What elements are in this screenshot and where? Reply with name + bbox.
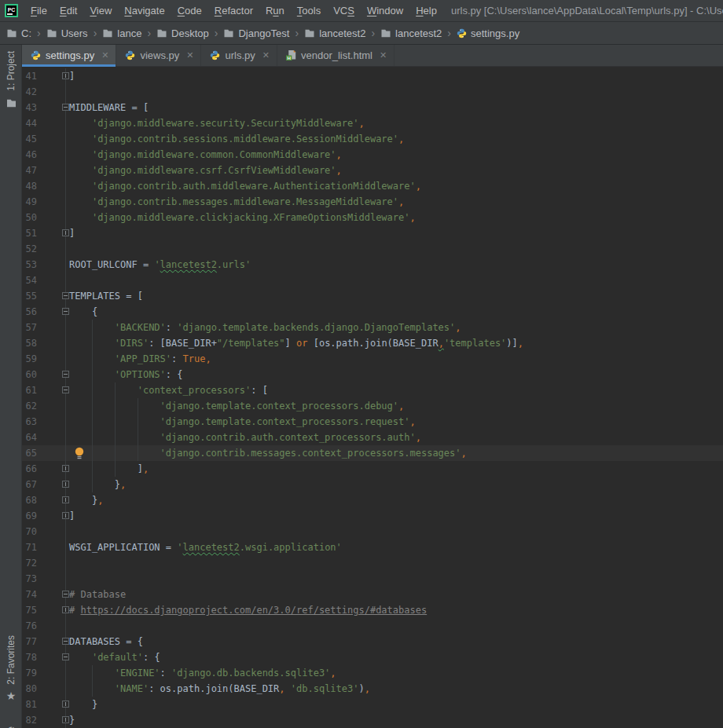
code-area[interactable]: 41]4243MIDDLEWARE = [44 'django.middlewa… (22, 67, 723, 728)
line-number[interactable]: 71 (22, 540, 37, 555)
line-number[interactable]: 49 (22, 194, 37, 210)
code-line-74[interactable]: 74# Database (22, 587, 723, 602)
code-line-42[interactable]: 42 (22, 84, 723, 100)
fold-marker-icon[interactable] (62, 104, 69, 111)
menu-item-navigate[interactable]: Navigate (118, 5, 171, 16)
fold-marker-icon[interactable] (62, 465, 69, 472)
line-number[interactable]: 78 (22, 649, 37, 665)
line-number[interactable]: 75 (22, 602, 37, 618)
code-line-46[interactable]: 46 'django.middleware.common.CommonMiddl… (22, 147, 723, 163)
line-number[interactable]: 63 (22, 414, 37, 430)
line-number[interactable]: 47 (22, 163, 37, 178)
line-number[interactable]: 58 (22, 335, 37, 351)
code-line-47[interactable]: 47 'django.middleware.csrf.CsrfViewMiddl… (22, 163, 723, 178)
code-line-71[interactable]: 71WSGI_APPLICATION = 'lancetest2.wsgi.ap… (22, 540, 723, 555)
line-number[interactable]: 64 (22, 430, 37, 445)
code-line-51[interactable]: 51] (22, 225, 723, 241)
line-number[interactable]: 72 (22, 555, 37, 571)
code-line-72[interactable]: 72 (22, 555, 723, 571)
line-number[interactable]: 43 (22, 100, 37, 115)
menu-item-run[interactable]: Run (259, 5, 291, 16)
fold-marker-icon[interactable] (62, 716, 69, 723)
line-number[interactable]: 57 (22, 320, 37, 335)
tab-settings.py[interactable]: settings.py✕ (22, 45, 116, 66)
menu-item-tools[interactable]: Tools (291, 5, 327, 16)
tab-urls.py[interactable]: urls.py✕ (201, 45, 277, 66)
code-line-48[interactable]: 48 'django.contrib.auth.middleware.Authe… (22, 178, 723, 194)
code-line-82[interactable]: 82} (22, 712, 723, 728)
line-number[interactable]: 60 (22, 367, 37, 382)
code-line-50[interactable]: 50 'django.middleware.clickjacking.XFram… (22, 210, 723, 225)
line-number[interactable]: 76 (22, 618, 37, 634)
line-number[interactable]: 42 (22, 84, 37, 100)
line-number[interactable]: 51 (22, 225, 37, 241)
line-number[interactable]: 67 (22, 477, 37, 492)
code-line-67[interactable]: 67 }, (22, 477, 723, 492)
menu-item-edit[interactable]: Edit (53, 5, 83, 16)
line-number[interactable]: 77 (22, 634, 37, 649)
breadcrumb-item[interactable]: lance (102, 27, 141, 39)
fold-marker-icon[interactable] (62, 701, 69, 708)
code-line-44[interactable]: 44 'django.middleware.security.SecurityM… (22, 115, 723, 131)
line-number[interactable]: 62 (22, 398, 37, 414)
intention-bulb-icon[interactable] (74, 447, 85, 464)
line-number[interactable]: 65 (22, 445, 37, 461)
line-number[interactable]: 74 (22, 587, 37, 602)
code-line-75[interactable]: 75# https://docs.djangoproject.com/en/3.… (22, 602, 723, 618)
menu-item-help[interactable]: Help (409, 5, 443, 16)
menu-item-refactor[interactable]: Refactor (208, 5, 259, 16)
tool-window-button-project[interactable]: 1: Project (0, 51, 22, 111)
menu-item-window[interactable]: Window (361, 5, 409, 16)
line-number[interactable]: 45 (22, 131, 37, 147)
close-tab-icon[interactable]: ✕ (262, 50, 270, 60)
code-line-64[interactable]: 64 'django.contrib.auth.context_processo… (22, 430, 723, 445)
line-number[interactable]: 70 (22, 524, 37, 540)
breadcrumb-item[interactable]: Users (46, 27, 88, 39)
code-line-63[interactable]: 63 'django.template.context_processors.r… (22, 414, 723, 430)
code-line-80[interactable]: 80 'NAME': os.path.join(BASE_DIR, 'db.sq… (22, 681, 723, 697)
code-line-77[interactable]: 77DATABASES = { (22, 634, 723, 649)
menu-item-code[interactable]: Code (171, 5, 208, 16)
line-number[interactable]: 61 (22, 382, 37, 398)
code-line-62[interactable]: 62 'django.template.context_processors.d… (22, 398, 723, 414)
code-line-55[interactable]: 55TEMPLATES = [ (22, 288, 723, 304)
fold-marker-icon[interactable] (62, 308, 69, 315)
code-line-53[interactable]: 53ROOT_URLCONF = 'lancetest2.urls' (22, 257, 723, 273)
tab-vendor_list.html[interactable]: Hvendor_list.html✕ (277, 45, 395, 66)
code-line-43[interactable]: 43MIDDLEWARE = [ (22, 100, 723, 115)
line-number[interactable]: 53 (22, 257, 37, 273)
breadcrumb-item[interactable]: lancetest2 (304, 27, 365, 39)
code-line-69[interactable]: 69] (22, 508, 723, 524)
fold-marker-icon[interactable] (62, 653, 69, 660)
line-number[interactable]: 69 (22, 508, 37, 524)
fold-marker-icon[interactable] (62, 591, 69, 598)
line-number[interactable]: 52 (22, 241, 37, 257)
code-line-56[interactable]: 56 { (22, 304, 723, 320)
code-line-58[interactable]: 58 'DIRS': [BASE_DIR+"/templates"] or [o… (22, 335, 723, 351)
menu-item-file[interactable]: File (24, 5, 53, 16)
line-number[interactable]: 46 (22, 147, 37, 163)
code-line-60[interactable]: 60 'OPTIONS': { (22, 367, 723, 382)
line-number[interactable]: 50 (22, 210, 37, 225)
fold-marker-icon[interactable] (62, 386, 69, 393)
line-number[interactable]: 82 (22, 712, 37, 728)
line-number[interactable]: 68 (22, 492, 37, 508)
tab-views.py[interactable]: views.py✕ (116, 45, 201, 66)
tool-window-button-favorites[interactable]: 2: Favorites ★ (0, 635, 22, 701)
fold-marker-icon[interactable] (62, 638, 69, 645)
line-number[interactable]: 81 (22, 697, 37, 712)
code-line-70[interactable]: 70 (22, 524, 723, 540)
code-line-79[interactable]: 79 'ENGINE': 'django.db.backends.sqlite3… (22, 665, 723, 681)
close-tab-icon[interactable]: ✕ (380, 50, 387, 60)
fold-marker-icon[interactable] (62, 371, 69, 378)
close-tab-icon[interactable]: ✕ (101, 50, 108, 60)
code-line-65[interactable]: 65 'django.contrib.messages.context_proc… (22, 445, 723, 461)
code-line-68[interactable]: 68 }, (22, 492, 723, 508)
line-number[interactable]: 59 (22, 351, 37, 367)
line-number[interactable]: 66 (22, 461, 37, 477)
code-line-76[interactable]: 76 (22, 618, 723, 634)
code-line-59[interactable]: 59 'APP_DIRS': True, (22, 351, 723, 367)
line-number[interactable]: 44 (22, 115, 37, 131)
breadcrumb-item[interactable]: DjangoTest (223, 27, 289, 39)
code-line-78[interactable]: 78 'default': { (22, 649, 723, 665)
